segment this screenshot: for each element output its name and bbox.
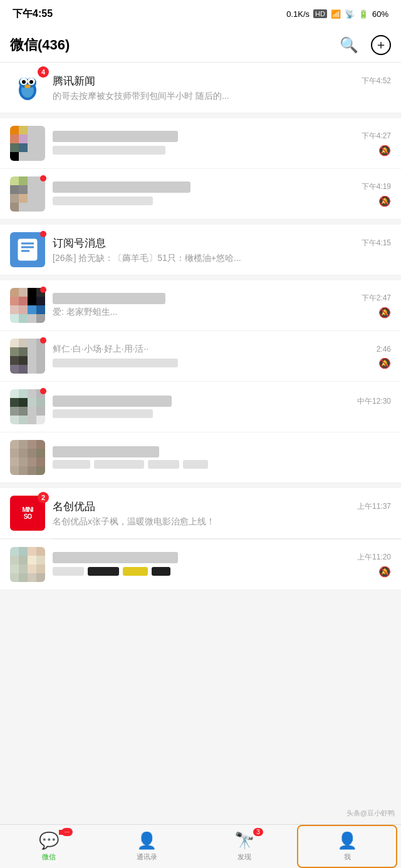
page-title: 微信(436) [10, 36, 70, 54]
mosaic-avatar [10, 288, 45, 323]
chat-time: 上午11:20 [357, 552, 391, 563]
me-nav-icon: 👤 [337, 831, 357, 850]
list-item[interactable]: 订阅号消息 下午4:15 [26条] 拾无缺：〔薅羊毛〕51只：橄榄油+悠哈..… [0, 225, 401, 275]
avatar [10, 547, 45, 582]
subscription-avatar [10, 232, 45, 267]
mute-icon: 🔕 [378, 566, 391, 578]
chat-time: 下午4:52 [362, 76, 391, 86]
chat-name [53, 293, 165, 304]
status-bar: 下午4:55 0.1K/s HD 📶 📡 🔋 60% [0, 0, 401, 28]
me-nav-label: 我 [344, 852, 351, 862]
chat-time: 下午4:19 [362, 181, 391, 192]
mute-icon: 🔕 [378, 195, 391, 207]
profile-watermark: 头条@豆小虾鸭 [346, 809, 395, 818]
chat-content [53, 446, 391, 469]
discover-nav-badge: 3 [253, 828, 263, 836]
chat-content: 下午2:47 爱: 老家野蛆生... 🔕 [53, 293, 391, 319]
svg-rect-10 [18, 239, 37, 260]
chat-name [53, 396, 172, 407]
add-icon[interactable]: ＋ [371, 35, 391, 55]
avatar [10, 126, 45, 161]
header-icons: 🔍 ＋ [340, 35, 391, 55]
mosaic-avatar [10, 126, 45, 161]
mosaic-avatar [10, 176, 45, 212]
list-item[interactable]: 下午4:19 🔕 [0, 169, 401, 220]
chat-name: 订阅号消息 [53, 236, 106, 250]
wifi-icon: 📡 [345, 9, 355, 19]
chat-preview: 爱: 老家野蛆生... [53, 307, 117, 318]
hd-badge: HD [313, 9, 327, 18]
network-speed: 0.1K/s [286, 9, 310, 19]
search-icon[interactable]: 🔍 [340, 36, 358, 54]
chat-content: 下午4:19 🔕 [53, 181, 391, 207]
chat-list: 4 腾讯新闻 下午4:52 的哥去按摩被女技师带到包间半小时 随后的... [0, 63, 401, 634]
list-item[interactable]: MINI SO 2 名创优品 上午11:37 名创优品x张子枫，温暖微电影治愈上… [0, 488, 401, 539]
list-item[interactable] [0, 432, 401, 483]
nav-item-wechat[interactable]: 💬 ··· 微信 [0, 826, 98, 867]
unread-dot [40, 231, 46, 237]
list-item[interactable]: 鲜仁·白·小场·好上·用·活·· 2:46 🔕 [0, 331, 401, 382]
mosaic-avatar [10, 339, 45, 374]
svg-point-7 [22, 80, 26, 84]
list-item[interactable]: 4 腾讯新闻 下午4:52 的哥去按摩被女技师带到包间半小时 随后的... [0, 63, 401, 113]
chat-preview [53, 409, 153, 418]
chat-content: 名创优品 上午11:37 名创优品x张子枫，温暖微电影治愈上线！ [53, 499, 391, 528]
bottom-nav: 💬 ··· 微信 👤 通讯录 🔭 3 发现 👤 我 [0, 824, 401, 868]
list-item[interactable]: 中午12:30 [0, 382, 401, 432]
nav-item-discover[interactable]: 🔭 3 发现 [195, 826, 293, 867]
chat-content: 下午4:27 🔕 [53, 131, 391, 156]
avatar: MINI SO 2 [10, 496, 45, 531]
chat-preview: 的哥去按摩被女技师带到包间半小时 随后的... [53, 91, 229, 102]
wechat-nav-icon: 💬 [39, 831, 59, 850]
discover-nav-icon: 🔭 [234, 831, 254, 850]
chat-time: 下午2:47 [362, 293, 391, 304]
chat-preview: 名创优品x张子枫，温暖微电影治愈上线！ [53, 516, 215, 528]
chat-content: 鲜仁·白·小场·好上·用·活·· 2:46 🔕 [53, 344, 391, 369]
chat-time: 2:46 [377, 345, 391, 354]
chat-preview [53, 146, 165, 155]
chat-name: 腾讯新闻 [53, 74, 95, 88]
chat-preview: [26条] 拾无缺：〔薅羊毛〕51只：橄榄油+悠哈... [53, 253, 241, 264]
chat-content: 中午12:30 [53, 396, 391, 418]
battery-icon: 🔋 [358, 9, 368, 19]
chat-name [53, 131, 178, 142]
avatar [10, 339, 45, 374]
contacts-nav-label: 通讯录 [137, 852, 157, 862]
chat-content: 腾讯新闻 下午4:52 的哥去按摩被女技师带到包间半小时 随后的... [53, 74, 391, 102]
chat-name [53, 446, 159, 457]
chat-content: 上午11:20 🔕 [53, 552, 391, 578]
signal-icon: 📶 [331, 9, 341, 19]
svg-point-9 [24, 84, 31, 88]
wechat-nav-label: 微信 [42, 852, 56, 862]
list-item[interactable]: 下午4:27 🔕 [0, 118, 401, 169]
status-time: 下午4:55 [13, 8, 53, 21]
mute-icon: 🔕 [378, 307, 391, 319]
chat-content: 订阅号消息 下午4:15 [26条] 拾无缺：〔薅羊毛〕51只：橄榄油+悠哈..… [53, 236, 391, 264]
avatar [10, 389, 45, 424]
contacts-nav-icon: 👤 [137, 831, 157, 850]
nav-item-contacts[interactable]: 👤 通讯录 [98, 826, 195, 867]
avatar [10, 288, 45, 323]
svg-point-8 [29, 80, 33, 84]
list-item[interactable]: 上午11:20 🔕 [0, 539, 401, 590]
nav-item-me[interactable]: 👤 我 [297, 825, 397, 868]
list-item[interactable]: 下午2:47 爱: 老家野蛆生... 🔕 [0, 280, 401, 331]
chat-preview [53, 359, 178, 367]
chat-name: 名创优品 [53, 499, 95, 514]
header: 微信(436) 🔍 ＋ [0, 28, 401, 63]
mute-icon: 🔕 [378, 145, 391, 156]
wechat-nav-ellipsis: ··· [61, 828, 73, 836]
mosaic-avatar [10, 547, 45, 582]
chat-time: 下午4:15 [362, 238, 391, 248]
avatar [10, 232, 45, 267]
chat-time: 下午4:27 [362, 131, 391, 141]
unread-dot [40, 175, 46, 181]
mute-icon: 🔕 [378, 357, 391, 369]
unread-dot [40, 337, 46, 344]
unread-dot [40, 287, 46, 293]
mosaic-avatar [10, 440, 45, 475]
status-right: 0.1K/s HD 📶 📡 🔋 60% [286, 9, 388, 19]
avatar [10, 176, 45, 212]
mosaic-avatar [10, 389, 45, 424]
unread-dot [40, 388, 46, 394]
